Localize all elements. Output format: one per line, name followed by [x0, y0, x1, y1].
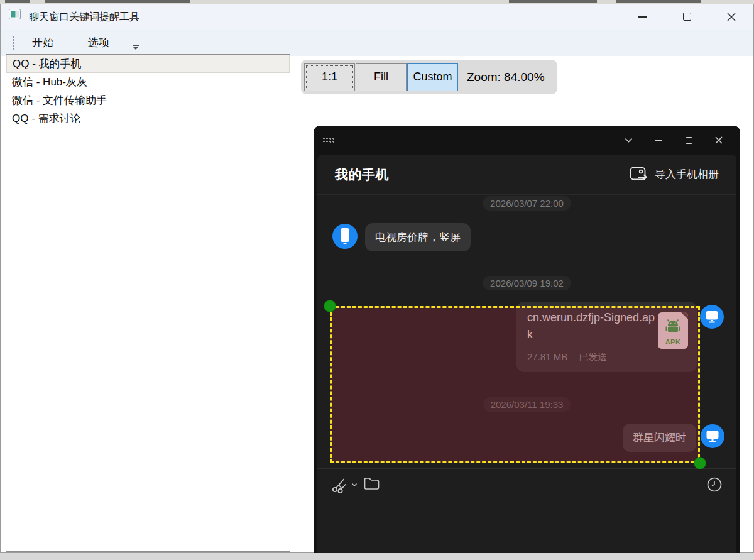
toolbar-grip-handle[interactable]: [13, 35, 14, 50]
phone-avatar: [332, 224, 358, 249]
minimize-button[interactable]: [628, 4, 657, 29]
maximize-button[interactable]: [672, 4, 701, 29]
clock-icon: [706, 476, 723, 493]
maximize-icon: [686, 137, 692, 144]
scissors-icon: [331, 476, 348, 493]
menu-item-start[interactable]: 开始: [27, 29, 58, 56]
zoom-level-label: Zoom: 84.00%: [467, 70, 545, 84]
import-phone-album-button[interactable]: 导入手机相册: [630, 167, 719, 183]
toolbar-overflow-button[interactable]: [130, 43, 141, 52]
background-text-fragment: [509, 0, 597, 3]
divider: [528, 553, 528, 560]
chevron-down-icon: [351, 483, 358, 487]
zoom-custom-button[interactable]: Custom: [407, 63, 458, 91]
incoming-message-bubble: 电视房价牌，竖屏: [365, 223, 471, 251]
chat-window-list: QQ - 我的手机 微信 - Hub-灰灰 微信 - 文件传输助手 QQ - 需…: [6, 54, 290, 552]
screenshot-scissors-button[interactable]: [331, 476, 358, 493]
chat-header: 我的手机 导入手机相册: [317, 155, 736, 195]
selection-region-overlay[interactable]: [330, 306, 700, 463]
drag-grid-icon[interactable]: [322, 137, 334, 143]
title-bar: 聊天窗口关键词提醒工具: [1, 4, 753, 29]
preview-maximize-button[interactable]: [674, 126, 704, 155]
close-icon: [727, 13, 736, 21]
chat-list-item-wechat-hub[interactable]: 微信 - Hub-灰灰: [6, 73, 290, 91]
toolbar-divider: [317, 468, 736, 469]
chevron-down-icon: [625, 138, 633, 143]
zoom-fill-button[interactable]: Fill: [356, 63, 407, 91]
open-folder-button[interactable]: [363, 476, 380, 491]
import-image-icon: [630, 167, 648, 183]
chat-list-item-qq-my-phone[interactable]: QQ - 我的手机: [6, 55, 290, 73]
computer-avatar: [700, 305, 724, 329]
history-button[interactable]: [706, 476, 723, 493]
timestamp-badge: 2026/03/09 19:02: [483, 276, 571, 290]
divider: [748, 553, 748, 560]
background-text-fragment: [5, 0, 30, 3]
overflow-icon: [133, 45, 139, 46]
menu-item-options[interactable]: 选项: [83, 29, 114, 56]
selection-handle-top-left[interactable]: [324, 300, 336, 312]
preview-window-controls: [613, 126, 734, 155]
minimize-icon: [638, 16, 647, 18]
import-phone-album-label: 导入手机相册: [655, 167, 719, 182]
background-text-fragment: [45, 0, 190, 3]
maximize-icon: [683, 13, 691, 21]
app-icon: [9, 9, 21, 19]
screen: { "window": { "title": "聊天窗口关键词提醒工具" }, …: [0, 0, 754, 560]
chat-title: 我的手机: [335, 166, 389, 184]
overflow-arrow-icon: [133, 47, 138, 50]
close-icon: [715, 136, 723, 144]
close-button[interactable]: [717, 4, 746, 29]
chat-preview-window: 我的手机 导入手机相册 2026/03/07 22:00: [314, 126, 740, 553]
window-title: 聊天窗口关键词提醒工具: [29, 4, 139, 29]
menu-bar: 开始 选项: [1, 29, 753, 56]
monitor-icon: [706, 430, 719, 442]
folder-icon: [363, 476, 380, 491]
timestamp-badge: 2026/03/07 22:00: [483, 196, 571, 211]
minimize-icon: [655, 140, 662, 141]
selection-handle-bottom-right[interactable]: [694, 457, 706, 469]
computer-avatar: [701, 424, 724, 448]
background-text-fragment: [616, 0, 701, 3]
divider: [36, 553, 36, 560]
zoom-toolbar: 1:1 Fill Custom Zoom: 84.00%: [301, 60, 557, 94]
preview-minimize-button[interactable]: [643, 126, 674, 155]
phone-icon: [339, 228, 351, 245]
bottom-edge-strip: [0, 553, 754, 560]
preview-chevron-button[interactable]: [613, 126, 643, 155]
app-window: 聊天窗口关键词提醒工具 开始 选项 QQ - 我的手机 微信 - Hub-灰灰 …: [0, 4, 754, 553]
monitor-icon: [705, 310, 719, 323]
chat-list-item-wechat-file-transfer[interactable]: 微信 - 文件传输助手: [6, 91, 290, 109]
zoom-1to1-button[interactable]: 1:1: [304, 63, 355, 91]
preview-close-button[interactable]: [704, 126, 734, 155]
chat-list-item-qq-requirements[interactable]: QQ - 需求讨论: [6, 109, 290, 128]
